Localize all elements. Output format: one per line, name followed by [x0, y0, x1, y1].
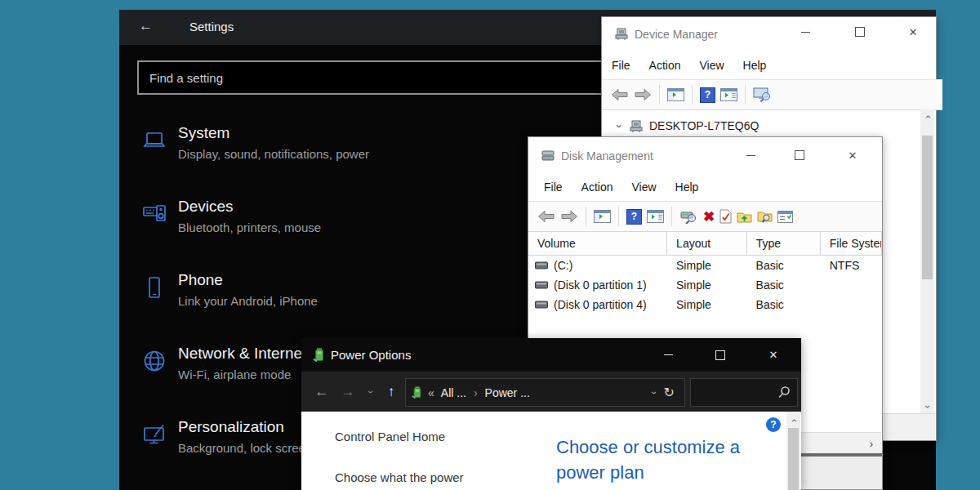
battery-icon — [412, 386, 423, 399]
menu-action[interactable]: Action — [649, 59, 681, 72]
table-row[interactable]: (Disk 0 partition 1) Simple Basic — [528, 275, 882, 295]
help-icon[interactable]: ? — [766, 417, 781, 432]
back-icon[interactable]: ← — [139, 18, 153, 34]
address-bar[interactable]: « All ... › Power ... › ↻ — [405, 378, 685, 407]
disk-management-icon — [541, 149, 555, 164]
close-icon: ✕ — [769, 350, 778, 360]
page-heading: Choose or customize a power plan — [556, 434, 764, 485]
close-button[interactable]: ✕ — [836, 140, 869, 170]
close-button[interactable]: ✕ — [757, 338, 790, 372]
table-row[interactable]: (Disk 0 partition 4) Simple Basic — [528, 295, 882, 314]
forward-icon[interactable] — [560, 210, 578, 223]
item-label: Devices — [178, 198, 234, 216]
power-options-navbar: ← → › ↑ « All ... › Power ... › ↻ — [301, 372, 801, 412]
power-options-title: Power Options — [331, 348, 411, 362]
scrollbar-thumb[interactable] — [922, 136, 933, 279]
delete-volume-icon[interactable]: ✖ — [703, 210, 715, 224]
item-desc: Link your Android, iPhone — [178, 294, 318, 308]
forward-icon[interactable] — [634, 88, 652, 101]
column-layout[interactable]: Layout — [667, 232, 747, 255]
maximize-button[interactable] — [783, 140, 816, 170]
cell-volume: (Disk 0 partition 4) — [554, 298, 647, 311]
menu-view[interactable]: View — [699, 59, 724, 72]
refresh-icon[interactable]: ↻ — [664, 385, 675, 400]
help-icon[interactable]: ? — [700, 87, 715, 103]
scroll-right-icon[interactable]: › — [863, 435, 880, 452]
menu-view[interactable]: View — [631, 180, 656, 194]
scroll-up-icon[interactable]: › — [786, 413, 800, 427]
computer-icon — [630, 120, 643, 132]
sidebar-item-devices[interactable]: Devices Bluetooth, printers, mouse — [119, 198, 577, 248]
disk-management-toolbar: ? ✖ — [528, 201, 883, 232]
minimize-button[interactable] — [652, 338, 684, 372]
sidebar-item-system[interactable]: System Display, sound, notifications, po… — [119, 124, 577, 175]
action-pane-icon[interactable] — [720, 88, 737, 101]
menu-action[interactable]: Action — [581, 180, 613, 194]
maximize-icon — [795, 150, 804, 160]
cell-type: Basic — [747, 298, 821, 311]
menu-file[interactable]: File — [612, 59, 630, 72]
tree-item-desktop[interactable]: › DESKTOP-L7TEQ6Q — [602, 117, 759, 135]
action-pane-icon[interactable] — [647, 210, 664, 223]
settings-window-title: Settings — [189, 20, 234, 33]
scrollbar-thumb[interactable] — [788, 428, 799, 490]
menu-help[interactable]: Help — [675, 180, 699, 194]
minimize-button[interactable] — [789, 17, 822, 47]
maximize-icon — [855, 27, 865, 37]
personalization-icon — [141, 421, 167, 448]
up-icon[interactable]: ↑ — [382, 372, 400, 412]
vertical-scrollbar[interactable]: › › — [920, 109, 934, 413]
breadcrumb-separator-icon: › — [474, 386, 478, 399]
cell-layout: Simple — [667, 298, 747, 311]
breadcrumb-item-all[interactable]: All ... — [441, 386, 466, 399]
chevron-down-icon[interactable]: › — [613, 120, 626, 131]
menu-help[interactable]: Help — [743, 59, 767, 72]
globe-icon — [141, 348, 167, 374]
column-type[interactable]: Type — [747, 232, 821, 255]
properties-icon[interactable] — [777, 211, 793, 223]
back-icon[interactable]: ← — [313, 372, 331, 412]
back-icon[interactable] — [537, 210, 555, 223]
maximize-button[interactable] — [704, 338, 737, 372]
column-file-system[interactable]: File System — [821, 232, 882, 255]
phone-icon — [141, 274, 167, 301]
choose-power-buttons-link[interactable]: Choose what the power — [335, 470, 464, 484]
toolbar-separator — [586, 207, 586, 226]
search-box[interactable] — [690, 378, 798, 407]
disk-management-titlebar: Disk Management ✕ — [528, 137, 882, 173]
control-panel-home-link[interactable]: Control Panel Home — [335, 430, 445, 443]
back-icon[interactable] — [611, 88, 629, 101]
console-tree-icon[interactable] — [667, 88, 684, 101]
breadcrumb-overflow-icon[interactable]: « — [428, 386, 434, 399]
toolbar-separator — [659, 85, 660, 105]
scroll-down-icon[interactable]: › — [920, 399, 934, 413]
address-dropdown-icon[interactable]: › — [653, 387, 656, 399]
forward-icon[interactable]: → — [339, 372, 357, 412]
table-row[interactable]: (C:) Simple Basic NTFS — [528, 256, 882, 275]
menu-file[interactable]: File — [544, 180, 563, 194]
breadcrumb-item-power[interactable]: Power ... — [485, 386, 530, 399]
folder-search-icon[interactable] — [757, 210, 773, 223]
document-check-icon[interactable] — [719, 209, 732, 224]
device-manager-icon — [615, 28, 628, 44]
minimize-button[interactable] — [734, 140, 767, 170]
disk-magnifier-icon[interactable] — [679, 210, 698, 224]
column-volume[interactable]: Volume — [528, 232, 667, 255]
volume-table-header: Volume Layout Type File System — [528, 231, 882, 256]
recent-pages-icon[interactable]: › — [363, 372, 378, 412]
console-tree-icon[interactable] — [594, 210, 611, 223]
scan-hardware-icon[interactable] — [753, 87, 773, 102]
folder-up-icon[interactable] — [737, 211, 752, 223]
power-options-titlebar: Power Options ✕ — [301, 338, 801, 372]
scroll-up-icon[interactable]: › — [920, 109, 934, 123]
item-desc: Bluetooth, printers, mouse — [178, 220, 321, 234]
cell-type: Basic — [747, 259, 821, 272]
help-icon[interactable]: ? — [626, 209, 642, 225]
disk-management-menubar: File Action View Help — [528, 173, 883, 201]
sidebar-item-phone[interactable]: Phone Link your Android, iPhone — [119, 271, 577, 322]
vertical-scrollbar[interactable]: › — [786, 412, 800, 490]
item-label: Phone — [178, 271, 223, 289]
close-button[interactable]: ✕ — [897, 17, 929, 47]
cell-layout: Simple — [667, 278, 747, 292]
maximize-button[interactable] — [844, 17, 876, 47]
